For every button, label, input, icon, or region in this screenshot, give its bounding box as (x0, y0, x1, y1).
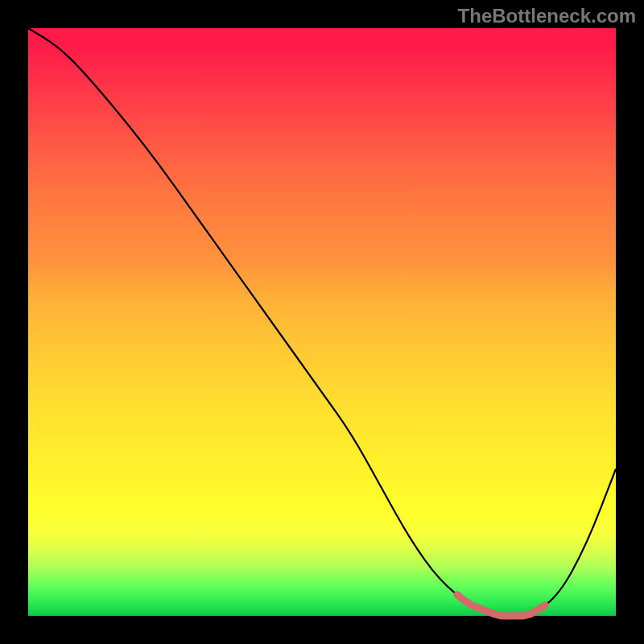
optimal-range-highlight (457, 595, 546, 616)
chart-svg (28, 28, 616, 616)
bottleneck-curve-line (28, 28, 616, 616)
plot-area (28, 28, 616, 616)
watermark-text: TheBottleneck.com (458, 5, 636, 27)
